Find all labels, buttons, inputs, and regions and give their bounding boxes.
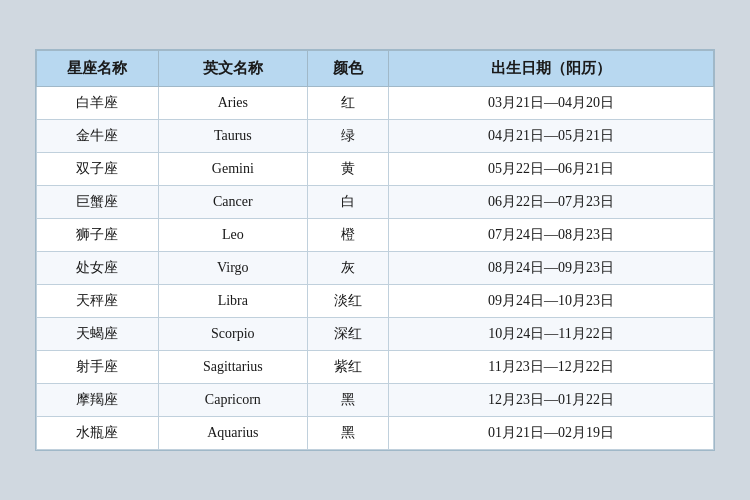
cell-chinese: 射手座 [37,351,159,384]
header-chinese: 星座名称 [37,51,159,87]
table-row: 处女座Virgo灰08月24日—09月23日 [37,252,714,285]
cell-date: 03月21日—04月20日 [389,87,714,120]
cell-date: 01月21日—02月19日 [389,417,714,450]
cell-english: Aquarius [158,417,307,450]
cell-english: Leo [158,219,307,252]
table-row: 天秤座Libra淡红09月24日—10月23日 [37,285,714,318]
header-color: 颜色 [307,51,388,87]
cell-english: Capricorn [158,384,307,417]
cell-chinese: 天蝎座 [37,318,159,351]
cell-color: 淡红 [307,285,388,318]
cell-chinese: 白羊座 [37,87,159,120]
cell-color: 黑 [307,417,388,450]
cell-chinese: 水瓶座 [37,417,159,450]
cell-date: 09月24日—10月23日 [389,285,714,318]
cell-english: Gemini [158,153,307,186]
table-row: 水瓶座Aquarius黑01月21日—02月19日 [37,417,714,450]
cell-color: 紫红 [307,351,388,384]
cell-chinese: 双子座 [37,153,159,186]
table-row: 双子座Gemini黄05月22日—06月21日 [37,153,714,186]
cell-english: Libra [158,285,307,318]
cell-color: 白 [307,186,388,219]
zodiac-table-container: 星座名称 英文名称 颜色 出生日期（阳历） 白羊座Aries红03月21日—04… [35,49,715,451]
cell-date: 04月21日—05月21日 [389,120,714,153]
cell-date: 12月23日—01月22日 [389,384,714,417]
cell-chinese: 天秤座 [37,285,159,318]
cell-english: Cancer [158,186,307,219]
cell-color: 深红 [307,318,388,351]
cell-chinese: 处女座 [37,252,159,285]
zodiac-table: 星座名称 英文名称 颜色 出生日期（阳历） 白羊座Aries红03月21日—04… [36,50,714,450]
table-row: 射手座Sagittarius紫红11月23日—12月22日 [37,351,714,384]
cell-color: 红 [307,87,388,120]
table-row: 天蝎座Scorpio深红10月24日—11月22日 [37,318,714,351]
cell-color: 绿 [307,120,388,153]
cell-english: Sagittarius [158,351,307,384]
cell-color: 橙 [307,219,388,252]
cell-chinese: 巨蟹座 [37,186,159,219]
table-header-row: 星座名称 英文名称 颜色 出生日期（阳历） [37,51,714,87]
cell-chinese: 金牛座 [37,120,159,153]
cell-date: 08月24日—09月23日 [389,252,714,285]
table-row: 狮子座Leo橙07月24日—08月23日 [37,219,714,252]
cell-date: 11月23日—12月22日 [389,351,714,384]
cell-date: 05月22日—06月21日 [389,153,714,186]
cell-color: 黄 [307,153,388,186]
table-row: 摩羯座Capricorn黑12月23日—01月22日 [37,384,714,417]
cell-color: 灰 [307,252,388,285]
cell-chinese: 摩羯座 [37,384,159,417]
table-row: 巨蟹座Cancer白06月22日—07月23日 [37,186,714,219]
cell-date: 06月22日—07月23日 [389,186,714,219]
cell-chinese: 狮子座 [37,219,159,252]
cell-date: 07月24日—08月23日 [389,219,714,252]
cell-english: Virgo [158,252,307,285]
cell-english: Taurus [158,120,307,153]
table-row: 金牛座Taurus绿04月21日—05月21日 [37,120,714,153]
cell-english: Scorpio [158,318,307,351]
table-row: 白羊座Aries红03月21日—04月20日 [37,87,714,120]
cell-english: Aries [158,87,307,120]
cell-date: 10月24日—11月22日 [389,318,714,351]
header-date: 出生日期（阳历） [389,51,714,87]
header-english: 英文名称 [158,51,307,87]
cell-color: 黑 [307,384,388,417]
